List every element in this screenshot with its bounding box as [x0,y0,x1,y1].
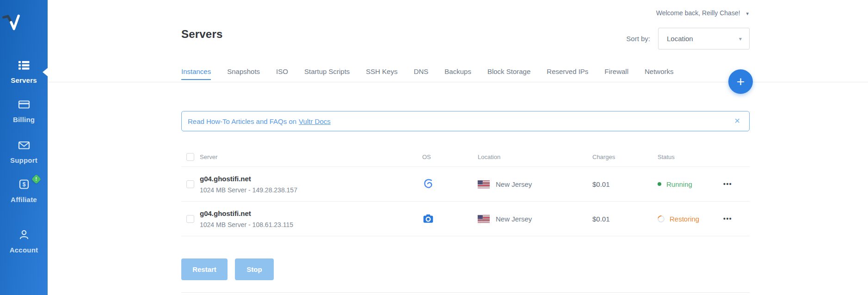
person-icon [17,228,31,242]
tab-reserved-ips[interactable]: Reserved IPs [547,68,588,75]
sort-select-value: Location [667,35,739,43]
active-item-notch [43,68,48,76]
row-checkbox[interactable] [186,180,194,188]
table-row: g04.ghostifi.net 1024 MB Server - 108.61… [181,202,750,236]
sidebar-item-label: Servers [0,76,48,84]
column-header-charges: Charges [592,154,658,160]
status-badge: Restoring [658,215,722,223]
envelope-icon [17,138,31,152]
select-all-checkbox[interactable] [186,153,194,161]
stop-button[interactable]: Stop [235,258,274,280]
deploy-new-server-button[interactable]: + [728,69,753,94]
sidebar-item-servers[interactable]: Servers [0,58,48,84]
snapshot-camera-icon [419,213,478,225]
tab-firewall[interactable]: Firewall [604,68,628,75]
sidebar-item-affiliate[interactable]: $ ! Affiliate [0,178,48,203]
sidebar-item-support[interactable]: Support [0,138,48,164]
dollar-square-icon: $ ! [17,178,31,191]
sort-by-label: Sort by: [626,35,650,43]
tab-dns[interactable]: DNS [414,68,429,75]
row-actions-menu-icon[interactable]: ••• [722,215,732,222]
svg-text:$: $ [22,181,25,188]
servers-table: Server OS Location Charges Status g04.gh… [181,147,750,236]
sidebar-item-label: Support [0,156,48,164]
vultr-docs-link[interactable]: Vultr Docs [299,117,331,125]
chevron-down-icon: ▾ [746,11,749,16]
chevron-down-icon: ▾ [739,36,742,42]
bulk-actions: Restart Stop [181,258,274,280]
status-text: Restoring [670,215,699,223]
sidebar-item-account[interactable]: Account [0,228,48,254]
charges-value: $0.01 [592,215,658,223]
sidebar-item-billing[interactable]: Billing [0,98,48,123]
debian-logo-icon [419,177,478,191]
charges-value: $0.01 [592,180,658,188]
sidebar: Servers Billing Support $ ! Affiliat [0,0,48,295]
sort-select[interactable]: Location ▾ [658,28,750,49]
column-header-location: Location [478,154,592,160]
tab-backups[interactable]: Backups [444,68,471,75]
tab-bar: Instances Snapshots ISO Startup Scripts … [181,68,674,75]
us-flag-icon [478,180,490,188]
row-checkbox[interactable] [186,215,194,223]
column-header-server: Server [200,154,419,160]
page-title: Servers [181,28,222,41]
tab-networks[interactable]: Networks [645,68,674,75]
restart-button[interactable]: Restart [181,258,228,280]
info-banner: Read How-To Articles and FAQs on Vultr D… [181,111,750,131]
server-name-link[interactable]: g04.ghostifi.net [200,175,419,183]
server-description: 1024 MB Server - 108.61.23.115 [200,221,419,228]
credit-card-icon [17,98,31,111]
servers-list-icon [17,58,31,72]
location-name: New Jersey [496,180,532,188]
column-header-os: OS [419,154,478,160]
tab-iso[interactable]: ISO [276,68,288,75]
location-name: New Jersey [496,215,532,223]
vultr-logo-icon[interactable] [0,12,48,34]
sidebar-item-label: Affiliate [0,196,48,203]
sort-group: Sort by: Location ▾ [626,28,750,49]
notification-badge-icon: ! [31,174,41,184]
tab-instances[interactable]: Instances [181,68,211,75]
bottom-divider [181,292,750,293]
table-row: g04.ghostifi.net 1024 MB Server - 149.28… [181,167,750,202]
table-header-row: Server OS Location Charges Status [181,147,750,167]
welcome-text: Welcome back, Reilly Chase! [656,9,740,17]
tab-block-storage[interactable]: Block Storage [487,68,530,75]
sidebar-item-label: Billing [0,116,48,123]
main-content: Welcome back, Reilly Chase! ▾ Servers So… [181,0,750,295]
restoring-spinner-icon [656,214,666,224]
sidebar-item-label: Account [0,246,48,254]
user-menu[interactable]: Welcome back, Reilly Chase! ▾ [656,9,749,17]
server-description: 1024 MB Server - 149.28.238.157 [200,186,419,194]
status-text: Running [666,180,692,188]
tab-ssh-keys[interactable]: SSH Keys [366,68,397,75]
row-actions-menu-icon[interactable]: ••• [722,180,732,188]
server-name-link[interactable]: g04.ghostifi.net [200,209,419,217]
status-badge: Running [658,180,722,188]
tab-snapshots[interactable]: Snapshots [227,68,260,75]
us-flag-icon [478,215,490,223]
banner-text: Read How-To Articles and FAQs on [188,117,296,125]
running-dot-icon [658,182,661,186]
column-header-status: Status [658,154,722,160]
close-icon[interactable]: ✕ [734,117,740,125]
tab-startup-scripts[interactable]: Startup Scripts [304,68,350,75]
